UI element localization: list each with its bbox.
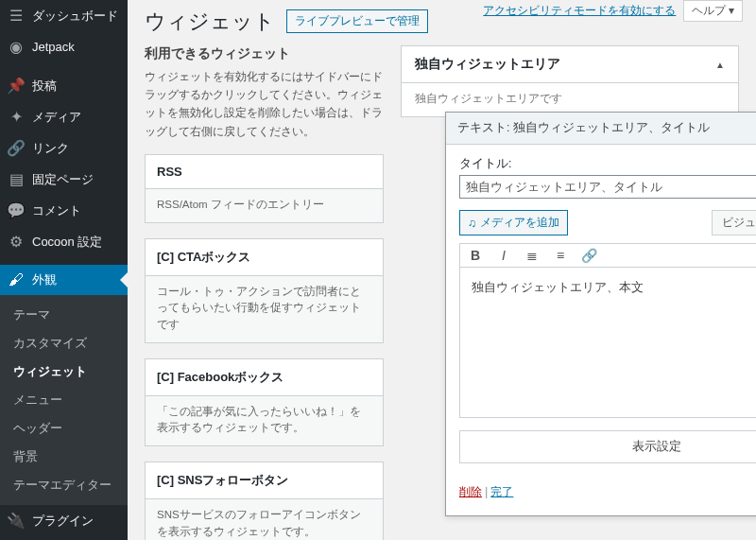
menu-label: ダッシュボード — [32, 8, 118, 25]
pin-icon: 📌 — [0, 77, 32, 95]
widget-area[interactable]: 独自ウィジェットエリア ▲ 独自ウィジェットエリアです — [401, 45, 739, 117]
menu-label: コメント — [32, 202, 81, 219]
help-button[interactable]: ヘルプ ▾ — [683, 0, 743, 22]
title-label: タイトル: — [459, 156, 756, 172]
widget-area-title: 独自ウィジェットエリア — [415, 56, 560, 73]
media-icon: ✦ — [0, 108, 32, 126]
editor-toolbar: B I ≣ ≡ 🔗 — [459, 243, 756, 267]
jetpack-icon: ◉ — [0, 38, 32, 56]
widget-body-editor[interactable]: 独自ウィジェットエリア、本文 — [459, 267, 756, 418]
menu-label: 固定ページ — [32, 171, 94, 188]
menu-label: Cocoon 設定 — [32, 234, 102, 251]
delete-link[interactable]: 削除 — [459, 485, 482, 498]
sub-widgets[interactable]: ウィジェット — [0, 357, 128, 386]
menu-label: 外観 — [32, 271, 57, 288]
available-description: ウィジェットを有効化するにはサイドバーにドラッグするかクリックしてください。ウィ… — [145, 68, 384, 141]
menu-pages[interactable]: ▤固定ページ — [0, 164, 128, 195]
menu-label: Jetpack — [32, 40, 75, 54]
plugin-icon: 🔌 — [0, 512, 32, 530]
available-widget[interactable]: [C] CTAボックス コール・トゥ・アクションで訪問者にとってもらいたい行動を… — [145, 238, 384, 343]
comment-icon: 💬 — [0, 201, 32, 219]
chevron-up-icon[interactable]: ▲ — [715, 60, 725, 70]
page-title: ウィジェット — [145, 8, 275, 36]
media-btn-label: メディアを追加 — [480, 215, 559, 231]
display-settings-button[interactable]: 表示設定 — [459, 430, 756, 463]
menu-cocoon[interactable]: ⚙Cocoon 設定 — [0, 226, 128, 257]
widget-title-input[interactable] — [459, 175, 756, 199]
panel-title: テキスト: 独自ウィジェットエリア、タイトル — [457, 120, 710, 136]
menu-label: 投稿 — [32, 78, 57, 95]
widget-desc: 「この記事が気に入ったらいいね！」を表示するウィジェットです。 — [146, 396, 383, 446]
ul-button[interactable]: ≣ — [523, 248, 541, 263]
widget-title[interactable]: [C] SNSフォローボタン — [146, 462, 383, 499]
menu-links[interactable]: 🔗リンク — [0, 132, 128, 164]
menu-plugins[interactable]: 🔌プラグイン — [0, 505, 128, 536]
dashboard-icon: ☰ — [0, 7, 32, 25]
sub-themes[interactable]: テーマ — [0, 301, 128, 329]
page-icon: ▤ — [0, 170, 32, 188]
menu-comments[interactable]: 💬コメント — [0, 195, 128, 226]
add-media-button[interactable]: ♫メディアを追加 — [459, 210, 568, 235]
widget-title[interactable]: [C] CTAボックス — [146, 239, 383, 276]
sub-theme-editor[interactable]: テーマエディター — [0, 471, 128, 499]
available-heading: 利用できるウィジェット — [145, 45, 384, 62]
menu-media[interactable]: ✦メディア — [0, 101, 128, 132]
widget-desc: RSS/Atom フィードのエントリー — [146, 189, 383, 222]
widget-desc: SNSサービスのフォローアイコンボタンを表示するウィジェットです。 — [146, 499, 383, 540]
music-note-icon: ♫ — [468, 217, 476, 230]
available-widget[interactable]: [C] Facebookボックス 「この記事が気に入ったらいいね！」を表示するウ… — [145, 358, 384, 447]
bold-button[interactable]: B — [466, 248, 485, 263]
widget-title[interactable]: [C] Facebookボックス — [146, 359, 383, 396]
ol-button[interactable]: ≡ — [551, 248, 570, 263]
available-widget[interactable]: RSS RSS/Atom フィードのエントリー — [145, 154, 384, 223]
accessibility-link[interactable]: アクセシビリティモードを有効にする — [483, 4, 676, 17]
main-content: アクセシビリティモードを有効にする ヘルプ ▾ ウィジェット ライブプレビューで… — [128, 0, 756, 540]
done-link[interactable]: 完了 — [490, 485, 513, 498]
menu-label: プラグイン — [32, 513, 94, 530]
panel-header[interactable]: テキスト: 独自ウィジェットエリア、タイトル ▲ — [446, 113, 756, 145]
italic-button[interactable]: I — [494, 248, 513, 263]
menu-dashboard[interactable]: ☰ダッシュボード — [0, 0, 128, 31]
top-links: アクセシビリティモードを有効にする ヘルプ ▾ — [483, 0, 743, 22]
live-preview-button[interactable]: ライブプレビューで管理 — [286, 9, 428, 33]
editor-tabs: ビジュアル テキスト — [712, 210, 756, 235]
available-widget[interactable]: [C] SNSフォローボタン SNSサービスのフォローアイコンボタンを表示するウ… — [145, 462, 384, 540]
brush-icon: 🖌 — [0, 271, 32, 288]
menu-posts[interactable]: 📌投稿 — [0, 70, 128, 101]
sub-customize[interactable]: カスタマイズ — [0, 329, 128, 357]
text-widget-panel: テキスト: 独自ウィジェットエリア、タイトル ▲ タイトル: ♫メディアを追加 … — [445, 112, 756, 516]
menu-appearance[interactable]: 🖌外観 — [0, 265, 128, 295]
sub-background[interactable]: 背景 — [0, 443, 128, 471]
tab-visual[interactable]: ビジュアル — [712, 210, 756, 235]
widget-title[interactable]: RSS — [146, 155, 383, 189]
link-icon: 🔗 — [0, 139, 32, 157]
sub-header[interactable]: ヘッダー — [0, 414, 128, 443]
sub-menus[interactable]: メニュー — [0, 386, 128, 414]
appearance-submenu: テーマ カスタマイズ ウィジェット メニュー ヘッダー 背景 テーマエディター — [0, 295, 128, 505]
link-button[interactable]: 🔗 — [579, 248, 598, 263]
menu-users[interactable]: 👤ユーザー — [0, 536, 128, 540]
menu-label: メディア — [32, 109, 81, 126]
gear-icon: ⚙ — [0, 233, 32, 251]
menu-jetpack[interactable]: ◉Jetpack — [0, 31, 128, 62]
panel-footer-links: 削除|完了 — [459, 484, 513, 500]
widget-desc: コール・トゥ・アクションで訪問者にとってもらいたい行動を促すウィジェットです — [146, 276, 383, 342]
menu-label: リンク — [32, 140, 69, 157]
admin-sidebar: ☰ダッシュボード ◉Jetpack 📌投稿 ✦メディア 🔗リンク ▤固定ページ … — [0, 0, 128, 540]
